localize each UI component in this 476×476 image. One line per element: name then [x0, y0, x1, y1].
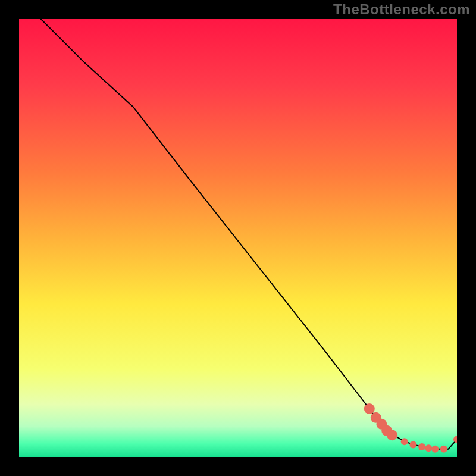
data-marker: [409, 441, 416, 448]
data-marker: [431, 446, 439, 453]
chart-svg: [19, 19, 457, 457]
data-marker: [387, 430, 397, 440]
gradient-background: [19, 19, 457, 457]
data-marker: [418, 443, 425, 450]
data-marker: [425, 444, 432, 452]
watermark-text: TheBottleneck.com: [333, 1, 470, 18]
data-marker: [440, 446, 447, 453]
data-marker: [364, 403, 375, 414]
data-marker: [401, 438, 408, 445]
chart-frame: TheBottleneck.com: [0, 0, 476, 476]
plot-area: [19, 19, 457, 457]
